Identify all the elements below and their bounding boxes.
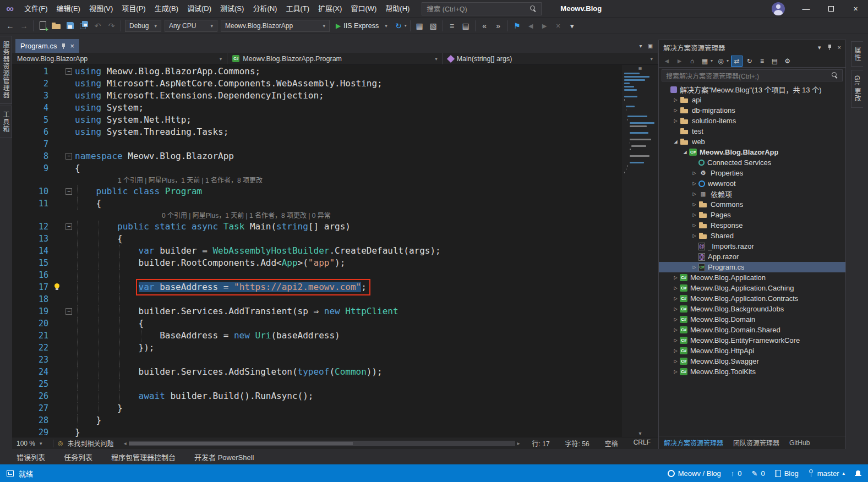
menu-n[interactable]: 分析(N) <box>248 0 281 18</box>
tree-item-imports-razor[interactable]: @_Imports.razor <box>659 241 845 251</box>
expand-arrow-icon[interactable]: ◢ <box>672 139 680 144</box>
expand-arrow-icon[interactable]: ▷ <box>672 359 680 364</box>
scroll-left-icon[interactable]: ◂ <box>123 440 128 446</box>
tree-item-item[interactable]: ▷▥依赖项 <box>659 189 845 199</box>
se-home-icon[interactable]: ⌂ <box>686 56 698 67</box>
expand-arrow-icon[interactable]: ▷ <box>672 348 680 353</box>
tree-item-meowv-blog-application[interactable]: ▷C#Meowv.Blog.Application <box>659 272 845 283</box>
expand-arrow-icon[interactable]: ▷ <box>690 265 698 270</box>
code-map-icon[interactable]: ▧ <box>427 19 440 32</box>
status-github[interactable]: Meowv / Blog <box>668 469 721 478</box>
close-icon[interactable]: × <box>838 44 841 51</box>
expand-arrow-icon[interactable]: ▷ <box>690 191 698 196</box>
window-float-icon[interactable]: ▣ <box>648 43 653 49</box>
tree-item-pages[interactable]: ▷Pages <box>659 210 845 220</box>
breadcrumb-1[interactable]: C#Meowv.Blog.BlazorApp.Program▾ <box>227 53 443 64</box>
panel-tab-powershell[interactable]: 开发者 PowerShell <box>194 452 254 462</box>
expand-arrow-icon[interactable]: ▷ <box>690 212 698 217</box>
tree-item-meowv-blog-entityframeworkcore[interactable]: ▷C#Meowv.Blog.EntityFrameworkCore <box>659 335 845 346</box>
se-show-all-files-icon[interactable]: ▤ <box>769 56 780 67</box>
tree-item-wwwroot[interactable]: ▷wwwroot <box>659 178 845 189</box>
se-sync-with-active-document-icon[interactable]: ⇄ <box>731 56 743 67</box>
expand-arrow-icon[interactable]: ▷ <box>672 306 680 311</box>
new-file-icon[interactable] <box>36 19 50 32</box>
tree-item-meowv-blog-application-contracts[interactable]: ▷C#Meowv.Blog.Application.Contracts <box>659 293 845 304</box>
menu-h[interactable]: 帮助(H) <box>381 0 414 18</box>
minimize-button[interactable]: — <box>794 0 818 18</box>
save-all-icon[interactable] <box>77 19 91 32</box>
tree-item-meowv-blog-toolkits[interactable]: ▷C#Meowv.Blog.ToolKits <box>659 366 845 377</box>
tree-item-meowv-blog-application-caching[interactable]: ▷C#Meowv.Blog.Application.Caching <box>659 283 845 293</box>
expand-arrow-icon[interactable]: ▷ <box>672 97 680 102</box>
se-back-icon[interactable]: ◄ <box>661 56 673 67</box>
tree-item-program-cs[interactable]: ▷C#Program.cs <box>659 262 845 272</box>
solution-search-box[interactable]: 搜索解决方案资源管理器(Ctrl+;) <box>662 69 843 81</box>
status-field-56[interactable]: 字符: 56 <box>565 439 589 448</box>
quick-search-box[interactable]: 搜索 (Ctrl+Q) <box>422 2 542 15</box>
health-indicator-icon[interactable]: ◎ <box>58 440 63 447</box>
status-field-item[interactable]: 空格 <box>605 439 618 448</box>
scroll-right-icon[interactable]: ▸ <box>516 440 521 446</box>
run-button[interactable]: ▶IIS Express▾ <box>331 19 392 32</box>
bookmark-icon[interactable]: ⚑ <box>510 19 524 32</box>
menu-w[interactable]: 窗口(W) <box>346 0 381 18</box>
menu-p[interactable]: 项目(P) <box>117 0 150 18</box>
expand-arrow-icon[interactable]: ▷ <box>690 181 698 186</box>
breadcrumb-2[interactable]: Main(string[] args)▾ <box>443 53 658 64</box>
panel-tab-item[interactable]: 错误列表 <box>17 452 45 462</box>
fold-collapse-icon[interactable]: − <box>65 68 72 75</box>
decrease-indent-icon[interactable]: « <box>478 19 492 32</box>
panel-tab-item[interactable]: 团队资源管理器 <box>728 436 784 449</box>
expand-arrow-icon[interactable]: ▷ <box>690 223 698 228</box>
tree-item-shared[interactable]: ▷Shared <box>659 231 845 241</box>
menu-x[interactable]: 扩展(X) <box>314 0 346 18</box>
panel-tab-item[interactable]: 任务列表 <box>64 452 92 462</box>
splitter-handle-icon[interactable]: ≡ <box>622 65 658 72</box>
status-branch[interactable]: master▴ <box>809 469 845 478</box>
close-tab-icon[interactable]: × <box>70 42 74 50</box>
panel-tab-github[interactable]: GitHub <box>784 436 815 449</box>
tree-item-web[interactable]: ◢web <box>659 136 845 147</box>
expand-arrow-icon[interactable]: ▷ <box>672 327 680 332</box>
menu-f[interactable]: 文件(F) <box>20 0 52 18</box>
expand-arrow-icon[interactable]: ▷ <box>672 296 680 301</box>
tree-item-meowv-blog-swagger[interactable]: ▷C#Meowv.Blog.Swagger <box>659 356 845 366</box>
se-pending-changes-filter-icon[interactable]: ◎ <box>715 56 727 67</box>
startup-project-dropdown[interactable]: Meowv.Blog.BlazorApp▾ <box>221 20 330 32</box>
refresh-icon[interactable]: ↻ <box>392 19 406 32</box>
expand-arrow-icon[interactable]: ▷ <box>672 369 680 374</box>
fold-collapse-icon[interactable]: − <box>65 308 72 315</box>
expand-arrow-icon[interactable]: ▷ <box>690 171 698 176</box>
zoom-dropdown[interactable]: 100 % ▾ <box>17 440 48 447</box>
se-switch-views-icon[interactable]: ▦ <box>699 56 711 67</box>
panel-tab-item[interactable]: 解决方案资源管理器 <box>659 436 728 449</box>
document-list-dropdown-icon[interactable]: ▾ <box>640 43 642 49</box>
menu-v[interactable]: 视图(V) <box>85 0 117 18</box>
codelens-info[interactable]: 1 个引用 | 阿星Plus，1 天前 | 1 名作者，8 项更改 <box>118 175 263 186</box>
expand-arrow-icon[interactable]: ▷ <box>672 338 680 343</box>
dock-tab-item[interactable]: 工具箱 <box>0 106 12 138</box>
status-field-crlf[interactable]: CRLF <box>634 439 651 448</box>
format-document-icon[interactable]: ▤ <box>459 19 473 32</box>
expand-arrow-icon[interactable]: ▷ <box>672 108 680 113</box>
menu-e[interactable]: 编辑(E) <box>52 0 85 18</box>
nav-back-icon[interactable]: ← <box>3 19 17 32</box>
maximize-button[interactable] <box>818 0 843 18</box>
account-avatar[interactable] <box>772 2 785 15</box>
window-position-icon[interactable]: ▾ <box>818 44 821 51</box>
status-pencil[interactable]: ✎0 <box>752 469 765 478</box>
breadcrumb-0[interactable]: Meowv.Blog.BlazorApp▾ <box>12 53 227 64</box>
menu-b[interactable]: 生成(B) <box>150 0 183 18</box>
nav-forward-icon[interactable]: → <box>17 19 31 32</box>
dock-tab-item[interactable]: 服务器资源管理器 <box>0 36 12 104</box>
fold-collapse-icon[interactable]: − <box>65 223 72 230</box>
tree-item-db-migrations[interactable]: ▷db-migrations <box>659 105 845 116</box>
status-field-17[interactable]: 行: 17 <box>532 439 550 448</box>
menu-t[interactable]: 工具(T) <box>281 0 314 18</box>
navigate-structure-icon[interactable]: ≡ <box>445 19 459 32</box>
fold-collapse-icon[interactable]: − <box>65 188 72 195</box>
status-repo[interactable]: Blog <box>775 469 799 478</box>
dock-tab-item[interactable]: 属性 <box>851 41 863 67</box>
se-forward-icon[interactable]: ► <box>674 56 685 67</box>
dock-tab-git[interactable]: Git 更改 <box>851 70 863 108</box>
